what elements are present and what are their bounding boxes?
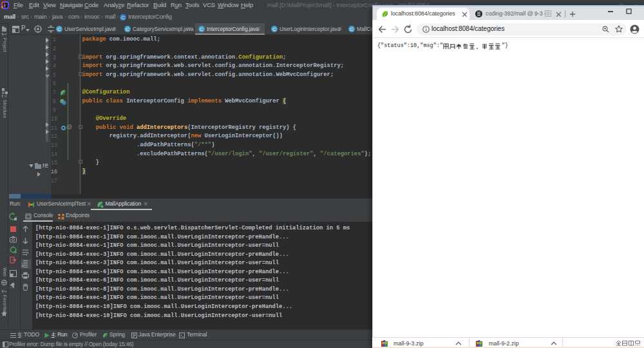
svg-text:C: C <box>121 15 125 21</box>
svg-text:C: C <box>126 26 129 32</box>
svg-text:C: C <box>200 26 204 32</box>
svg-text:C: C <box>350 26 354 32</box>
svg-text:C: C <box>57 26 61 32</box>
svg-text:C: C <box>272 26 276 32</box>
